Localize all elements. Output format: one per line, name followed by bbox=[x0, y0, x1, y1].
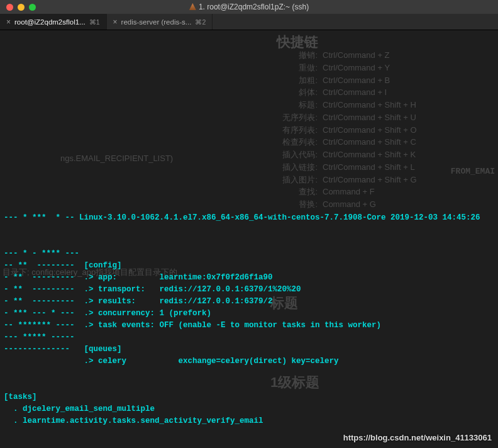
tab-label: redis-server (redis-s... bbox=[121, 18, 192, 26]
ghost-shortcut-key: 有序列表: bbox=[277, 124, 318, 137]
ghost-shortcut-key: 无序列表: bbox=[277, 111, 318, 124]
ghost-shortcut-row: 插入代码:Ctrl/Command + Shift + K bbox=[277, 148, 440, 161]
ghost-shortcut-value: Ctrl/Command + Shift + U bbox=[323, 111, 416, 124]
ghost-shortcut-value: Ctrl/Command + Shift + K bbox=[323, 148, 416, 161]
minimize-icon[interactable] bbox=[18, 4, 25, 11]
terminal-output: --- * *** * -- Linux-3.10.0-1062.4.1.el7… bbox=[4, 188, 494, 448]
ghost-shortcut-key: 加粗: bbox=[277, 74, 318, 87]
terminal-line: . djcelery_email_send_multiple bbox=[4, 403, 494, 415]
ghost-shortcut-value: Ctrl/Command + Z bbox=[323, 49, 390, 62]
terminal-line bbox=[4, 379, 494, 391]
tab-ssh-root[interactable]: × root@iZ2qdm2sflol1... ⌘1 bbox=[0, 14, 107, 30]
ghost-shortcut-key: 插入图片: bbox=[277, 174, 318, 186]
ghost-shortcut-row: 加粗:Ctrl/Command + B bbox=[277, 74, 440, 87]
terminal-line: - ** --------- .> results: redis://127.0… bbox=[4, 296, 494, 308]
ghost-shortcut-key: 检查列表: bbox=[277, 136, 318, 148]
ghost-shortcut-value: Ctrl/Command + I bbox=[323, 86, 387, 99]
ghost-shortcut-value: Ctrl/Command + B bbox=[323, 74, 390, 87]
ghost-from-email: FROM_EMAI bbox=[451, 165, 495, 178]
ghost-shortcut-value: Ctrl/Command + Shift + H bbox=[323, 99, 416, 111]
terminal-line: - ** --------- .> transport: redis://127… bbox=[4, 284, 494, 296]
tab-redis-server[interactable]: × redis-server (redis-s... ⌘2 bbox=[107, 14, 213, 30]
celery-config-block: --- * - **** ----- ** -------- [config]-… bbox=[4, 248, 494, 439]
ghost-shortcut-list: 撤销:Ctrl/Command + Z重做:Ctrl/Command + Y加粗… bbox=[277, 49, 440, 211]
ghost-email-hint: ngs.EMAIL_RECIPIENT_LIST) bbox=[60, 152, 173, 165]
tab-label: root@iZ2qdm2sflol1... bbox=[14, 18, 86, 26]
terminal-line: . learntime.activity.tasks.send_activity… bbox=[4, 415, 494, 427]
ghost-shortcut-value: Ctrl/Command + Shift + L bbox=[323, 161, 415, 174]
ghost-shortcut-key: 重做: bbox=[277, 62, 318, 74]
ghost-shortcut-key: 插入链接: bbox=[277, 161, 318, 174]
ghost-shortcut-key: 斜体: bbox=[277, 86, 318, 99]
ghost-shortcut-row: 无序列表:Ctrl/Command + Shift + U bbox=[277, 111, 440, 124]
close-tab-icon[interactable]: × bbox=[6, 18, 11, 26]
terminal-line: [tasks] bbox=[4, 391, 494, 403]
terminal-line: - *** --- * --- .> concurrency: 1 (prefo… bbox=[4, 308, 494, 320]
ghost-shortcut-key: 插入代码: bbox=[277, 148, 318, 161]
ghost-shortcut-value: Ctrl/Command + Shift + G bbox=[323, 174, 417, 186]
ghost-heading: 快捷链 bbox=[277, 33, 318, 53]
terminal-line: -- ******* ---- .> task events: OFF (ena… bbox=[4, 320, 494, 332]
ghost-shortcut-row: 斜体:Ctrl/Command + I bbox=[277, 86, 440, 99]
terminal-line: -- ** -------- [config] bbox=[4, 260, 494, 272]
terminal-line: .> celery exchange=celery(direct) key=ce… bbox=[4, 356, 494, 367]
window-titlebar: 1. root@iZ2qdm2sflol1pZ:~ (ssh) bbox=[0, 0, 498, 14]
maximize-icon[interactable] bbox=[29, 4, 36, 11]
terminal-line: --- ***** ----- bbox=[4, 332, 494, 344]
ghost-shortcut-row: 重做:Ctrl/Command + Y bbox=[277, 62, 440, 74]
title-text: 1. root@iZ2qdm2sflol1pZ:~ (ssh) bbox=[199, 3, 309, 11]
ghost-shortcut-row: 插入链接:Ctrl/Command + Shift + L bbox=[277, 161, 440, 174]
terminal-line: --- * - **** --- bbox=[4, 248, 494, 260]
tab-bar: × root@iZ2qdm2sflol1... ⌘1 × redis-serve… bbox=[0, 14, 498, 30]
terminal-line: - ** --------- .> app: learntime:0x7f0f2… bbox=[4, 272, 494, 284]
ghost-shortcut-row: 有序列表:Ctrl/Command + Shift + O bbox=[277, 124, 440, 137]
terminal-line bbox=[4, 367, 494, 379]
traffic-lights bbox=[0, 4, 36, 11]
watermark-text: https://blog.csdn.net/weixin_41133061 bbox=[343, 432, 492, 444]
ghost-shortcut-row: 检查列表:Ctrl/Command + Shift + C bbox=[277, 136, 440, 148]
close-tab-icon[interactable]: × bbox=[113, 18, 118, 26]
ghost-shortcut-row: 标题:Ctrl/Command + Shift + H bbox=[277, 99, 440, 111]
home-icon bbox=[189, 3, 196, 10]
tab-shortcut: ⌘2 bbox=[195, 18, 206, 26]
terminal-line: -------------- [queues] bbox=[4, 344, 494, 356]
ghost-shortcut-key: 标题: bbox=[277, 99, 318, 111]
ghost-shortcut-row: 插入图片:Ctrl/Command + Shift + G bbox=[277, 174, 440, 186]
terminal-pane[interactable]: 快捷链 撤销:Ctrl/Command + Z重做:Ctrl/Command +… bbox=[0, 30, 498, 448]
ghost-shortcut-value: Ctrl/Command + Shift + O bbox=[323, 124, 417, 137]
window-title: 1. root@iZ2qdm2sflol1pZ:~ (ssh) bbox=[0, 3, 498, 11]
ghost-shortcut-value: Ctrl/Command + Shift + C bbox=[323, 136, 416, 148]
ghost-shortcut-value: Ctrl/Command + Y bbox=[323, 62, 390, 74]
tab-shortcut: ⌘1 bbox=[89, 18, 100, 26]
celery-banner: --- * *** * -- Linux-3.10.0-1062.4.1.el7… bbox=[4, 212, 494, 224]
close-icon[interactable] bbox=[6, 4, 13, 11]
